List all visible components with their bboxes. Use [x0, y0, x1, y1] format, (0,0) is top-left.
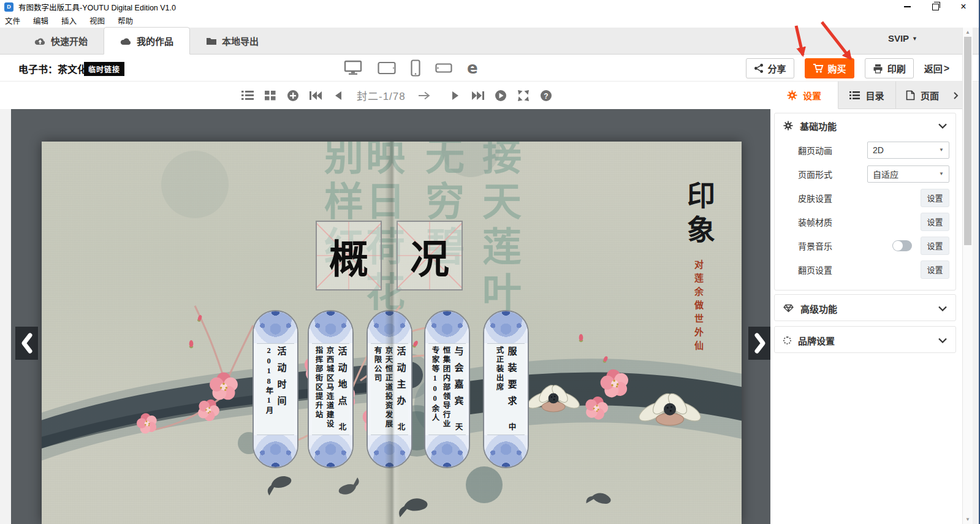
fullscreen-icon[interactable] [517, 88, 530, 103]
menu-file[interactable]: 文件 [5, 15, 20, 26]
scroll-ornament [309, 311, 352, 343]
book-title: 电子书：茶文化 [18, 61, 87, 76]
device-preview-group: e [343, 55, 478, 82]
sidebar-tab-pages[interactable]: 页面 [896, 82, 949, 109]
thumbnail-list-icon[interactable] [241, 88, 254, 103]
menu-view[interactable]: 视图 [89, 15, 105, 26]
setting-row-flip-animation: 翻页动画 2D ▼ [775, 138, 955, 162]
scroll-down-icon[interactable]: ▼ [963, 517, 973, 522]
book-toolbar: 电子书：茶文化 临时链接 e 分享 购买 印刷 返回> [0, 55, 979, 82]
next-spread-button[interactable] [748, 327, 770, 360]
app-window: D 有图数字出版工具-YOUTU Digital Edition V1.0 × … [0, 0, 980, 524]
minimize-button[interactable] [893, 0, 921, 13]
diamond-icon [783, 304, 794, 313]
chevron-down-icon [938, 123, 947, 129]
scroll-ornament [254, 435, 297, 467]
chapter-title-box-2: 况 [397, 221, 463, 290]
page-fold [385, 142, 401, 524]
last-page-icon[interactable] [471, 88, 485, 103]
printer-icon [873, 64, 883, 74]
add-page-icon[interactable] [286, 88, 300, 103]
tablet-preview-icon[interactable] [378, 61, 396, 75]
back-button[interactable]: 返回> [924, 62, 949, 75]
menu-edit[interactable]: 编辑 [33, 15, 48, 26]
setting-row-binding-material: 装帧材质 设置 [775, 210, 955, 234]
folder-icon [206, 36, 217, 45]
section-title: 高级功能 [800, 302, 932, 315]
skin-settings-button[interactable]: 设置 [921, 189, 949, 207]
next-page-icon[interactable] [449, 88, 462, 103]
setting-label: 皮肤设置 [798, 192, 921, 204]
buy-button[interactable]: 购买 [805, 58, 854, 78]
tab-quick-start[interactable]: 快速开始 [18, 28, 104, 54]
background-music-button[interactable]: 设置 [921, 237, 949, 255]
scroll-ornament [254, 311, 297, 343]
svip-menu[interactable]: SVIP ▼ [888, 33, 917, 44]
list-icon [849, 91, 860, 100]
help-icon[interactable]: ? [539, 88, 553, 103]
share-button[interactable]: 分享 [746, 58, 794, 78]
sidebar-tab-settings[interactable]: 设置 [770, 82, 838, 109]
tab-local-export[interactable]: 本地导出 [190, 28, 275, 54]
cloud-icon [120, 36, 132, 46]
chevron-down-icon [938, 306, 947, 311]
scroll-up-icon[interactable]: ▲ [963, 29, 973, 35]
menu-help[interactable]: 帮助 [118, 15, 133, 26]
setting-label: 翻页设置 [798, 264, 921, 276]
close-button[interactable]: × [949, 0, 978, 13]
scroll-title: 活动时间 [276, 346, 286, 412]
tab-label: 本地导出 [222, 34, 259, 47]
chapter-title-box-1: 概 [316, 221, 382, 290]
autoplay-icon[interactable] [494, 88, 507, 103]
print-button[interactable]: 印刷 [865, 58, 914, 78]
book-canvas: 接天莲叶 无穷碧 映日荷花 别样红 [11, 109, 770, 524]
setting-row-flip-settings: 翻页设置 设置 [775, 257, 955, 281]
info-scroll-dresscode: 服装要求 中式正装出席 [483, 310, 529, 468]
phone-landscape-preview-icon[interactable] [435, 63, 452, 73]
seal-caption: 对莲余做世外仙 [693, 260, 703, 354]
sidebar-tab-bar: 设置 目录 页面 [770, 82, 962, 109]
chevron-down-icon: ▼ [939, 147, 944, 153]
sidebar-expand-button[interactable] [949, 82, 962, 109]
chevron-right-icon: > [944, 63, 949, 74]
sidebar-tab-toc[interactable]: 目录 [838, 82, 896, 109]
cart-icon [813, 63, 824, 74]
temp-link-badge[interactable]: 临时链接 [84, 62, 124, 76]
basic-functions-header[interactable]: 基础功能 [775, 113, 955, 138]
page-form-select[interactable]: 自适应 ▼ [867, 165, 949, 183]
window-scrollbar[interactable]: ▲ ▼ [962, 28, 973, 524]
print-label: 印刷 [887, 62, 906, 75]
settings-sidebar: 设置 目录 页面 基础功能 翻页动画 [770, 82, 962, 524]
chapter-char: 概 [329, 227, 368, 284]
flip-animation-select[interactable]: 2D ▼ [867, 142, 949, 159]
tab-my-works[interactable]: 我的作品 [104, 27, 190, 55]
chevron-down-icon: ▼ [939, 171, 944, 177]
desktop-preview-icon[interactable] [343, 60, 363, 76]
scrollbar-thumb[interactable] [964, 37, 971, 245]
thumbnail-grid-icon[interactable] [264, 88, 277, 103]
scroll-body: 2018年1月 [265, 346, 273, 416]
previous-page-icon[interactable] [332, 88, 345, 103]
browser-e-icon[interactable]: e [467, 60, 478, 76]
flip-settings-button[interactable]: 设置 [921, 260, 949, 279]
background-music-toggle[interactable] [892, 240, 912, 251]
page-icon [906, 90, 915, 101]
setting-row-skin: 皮肤设置 设置 [775, 186, 955, 210]
previous-spread-button[interactable] [15, 327, 38, 360]
binding-material-button[interactable]: 设置 [921, 213, 949, 231]
menu-insert[interactable]: 插入 [61, 15, 77, 26]
restore-button[interactable] [921, 0, 949, 13]
scroll-ornament [425, 435, 469, 467]
scroll-title: 活动地点 [337, 346, 347, 412]
chevron-down-icon [938, 338, 947, 343]
tab-label: 快速开始 [51, 34, 88, 47]
goto-page-icon[interactable] [417, 88, 431, 103]
phone-preview-icon[interactable] [411, 59, 420, 77]
advanced-functions-header[interactable]: 高级功能 [775, 295, 955, 322]
brand-settings-header[interactable]: 品牌设置 [775, 327, 955, 354]
sidebar-tab-label: 目录 [865, 89, 884, 102]
buy-label: 购买 [828, 62, 846, 75]
book-page[interactable]: 接天莲叶 无穷碧 映日荷花 别样红 [42, 142, 742, 524]
first-page-icon[interactable] [309, 88, 322, 103]
close-icon: × [960, 1, 966, 12]
